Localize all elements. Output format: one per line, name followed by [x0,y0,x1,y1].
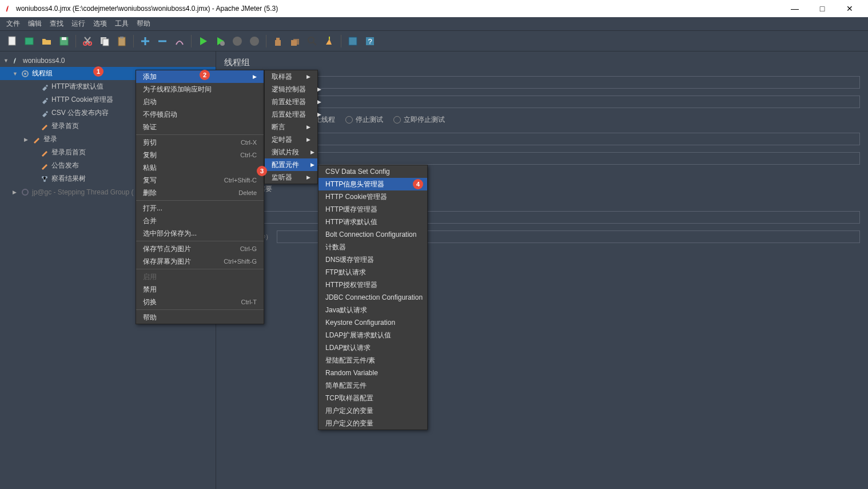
radio-option[interactable]: 停止测试 [345,115,383,125]
start-icon[interactable] [195,33,211,49]
ctx-item[interactable]: 登陆配置元件/素 [318,354,427,367]
radio-circle-icon [393,116,401,124]
ctx-label: HTTP缓存管理器 [325,205,377,214]
ctx-item[interactable]: 删除Delete [136,186,264,199]
ctx-item[interactable]: 断言▶ [265,121,317,133]
help-icon[interactable]: ? [362,33,378,49]
copy-icon[interactable] [97,33,113,49]
clear-icon[interactable] [270,33,286,49]
ctx-item[interactable]: 帮助 [136,311,264,324]
ctx-label: 启用 [143,272,157,282]
menu-item[interactable]: 工具 [111,17,133,30]
menu-item[interactable]: 帮助 [133,17,154,30]
clear-all-icon[interactable] [287,33,303,49]
ctx-label: HTTP请求默认值 [325,217,377,227]
templates-icon[interactable] [22,33,38,49]
ctx-item[interactable]: 粘贴 [136,161,264,174]
ctx-label: 剪切 [143,138,157,148]
loop-input[interactable] [257,152,860,165]
ctx-item[interactable]: Keystore Configuration [318,316,427,329]
svg-point-13 [308,37,314,43]
ctx-item[interactable]: HTTP缓存管理器 [318,203,427,216]
ctx-item[interactable]: 复制Ctrl-C [136,149,264,161]
ctx-item[interactable]: 用户定义的变量 [318,404,427,417]
ctx-item[interactable]: 配置元件▶ [265,158,317,171]
ctx-item[interactable]: 打开... [136,202,264,214]
ctx-label: 计数器 [325,242,346,252]
menu-item[interactable]: 选项 [89,17,111,30]
ctx-item[interactable]: 定时器▶ [265,133,317,146]
svg-point-10 [220,41,225,46]
seconds-input[interactable] [263,133,860,145]
ctx-item[interactable]: HTTP Cookie管理器 [318,190,427,203]
tree-icon [40,174,49,184]
close-button[interactable]: ✕ [842,4,858,13]
cut-icon[interactable] [79,33,95,49]
reset-search-icon[interactable] [321,33,337,49]
ctx-item[interactable]: LDAP扩展请求默认值 [318,329,427,341]
maximize-button[interactable]: □ [814,4,830,13]
ctx-label: 逻辑控制器 [272,85,306,94]
menu-item[interactable]: 编辑 [24,17,46,30]
ctx-item[interactable]: 监听器▶ [265,171,317,184]
ctx-item[interactable]: 禁用 [136,283,264,296]
expand-icon[interactable] [137,33,153,49]
window-controls: — □ ✕ [787,4,858,13]
ctx-item[interactable]: FTP默认请求 [318,266,427,279]
save-icon[interactable] [56,33,72,49]
tree-root[interactable]: ▼ woniuboss4.0 [0,54,216,67]
ctx-item[interactable]: Random Variable [318,367,427,379]
ctx-item[interactable]: JDBC Connection Configuration [318,291,427,304]
function-helper-icon[interactable] [345,33,361,49]
ctx-item[interactable]: Java默认请求 [318,304,427,316]
ctx-item[interactable]: HTTP信息头管理器 [318,178,427,190]
svg-rect-15 [349,37,357,45]
ctx-item[interactable]: 保存屏幕为图片Ctrl+Shift-G [136,255,264,268]
toggle-icon[interactable] [172,33,188,49]
ctx-item[interactable]: 不停顿启动 [136,108,264,121]
open-icon[interactable] [39,33,55,49]
collapse-icon[interactable] [154,33,170,49]
paste-icon[interactable] [114,33,130,49]
svg-rect-1 [25,38,33,45]
ctx-item[interactable]: TCP取样器配置 [318,392,427,404]
ctx-item[interactable]: 计数器 [318,241,427,253]
ctx-item[interactable]: 简单配置元件 [318,379,427,392]
ctx-item[interactable]: 取样器▶ [265,70,317,83]
wrench-icon [40,96,49,105]
ctx-item[interactable]: 测试片段▶ [265,146,317,158]
radio-label: 立即停止测试 [404,115,445,125]
ctx-item[interactable]: HTTP请求默认值 [318,216,427,228]
minimize-button[interactable]: — [787,4,803,13]
ctx-item[interactable]: 合并 [136,214,264,227]
shutdown-icon[interactable] [246,33,262,49]
new-icon[interactable] [5,33,21,49]
svg-rect-14 [329,37,330,39]
start-no-pause-icon[interactable] [212,33,228,49]
ctx-item[interactable]: DNS缓存管理器 [318,253,427,266]
svg-text:?: ? [368,37,372,46]
ctx-item[interactable]: 前置处理器▶ [265,96,317,108]
find-icon[interactable] [304,33,320,49]
radio-option[interactable]: 立即停止测试 [393,115,445,125]
context-menu-2: 取样器▶逻辑控制器▶前置处理器▶后置处理器▶断言▶定时器▶测试片段▶配置元件▶监… [264,70,318,184]
menu-item[interactable]: 查找 [46,17,67,30]
ctx-item[interactable]: CSV Data Set Config [318,165,427,178]
ctx-item[interactable]: 用户定义的变量 [318,417,427,430]
ctx-item[interactable]: 验证 [136,121,264,133]
ctx-item[interactable]: 后置处理器▶ [265,108,317,121]
ctx-item[interactable]: 逻辑控制器▶ [265,83,317,96]
menu-item[interactable]: 运行 [67,17,89,30]
ctx-item[interactable]: 剪切Ctrl-X [136,136,264,149]
ctx-item[interactable]: 为子线程添加响应时间 [136,83,264,96]
ctx-item[interactable]: 保存节点为图片Ctrl-G [136,242,264,255]
ctx-item[interactable]: 启动 [136,96,264,108]
ctx-item[interactable]: 切换Ctrl-T [136,296,264,308]
ctx-item[interactable]: LDAP默认请求 [318,341,427,354]
ctx-item[interactable]: Bolt Connection Configuration [318,228,427,241]
ctx-item[interactable]: 复写Ctrl+Shift-C [136,174,264,186]
stop-icon[interactable] [229,33,245,49]
ctx-item[interactable]: HTTP授权管理器 [318,279,427,291]
ctx-item[interactable]: 选中部分保存为... [136,227,264,240]
menu-item[interactable]: 文件 [2,17,24,30]
